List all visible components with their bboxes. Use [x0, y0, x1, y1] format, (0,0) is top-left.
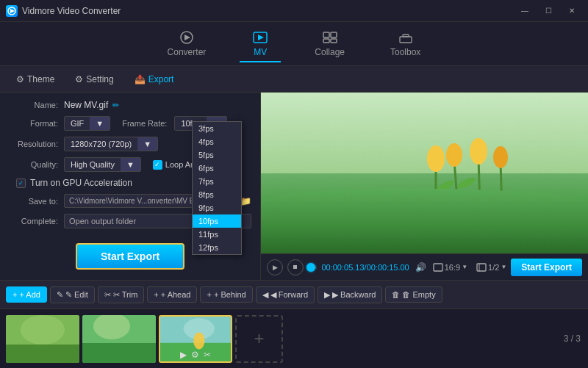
backward-button[interactable]: ▶ ▶ Backward: [318, 286, 382, 303]
format-arrow-icon: ▼: [90, 117, 110, 130]
trim-icon: ✂: [104, 290, 111, 300]
fps-option-4fps[interactable]: 4fps: [193, 135, 241, 148]
svg-point-20: [470, 138, 487, 165]
restore-button[interactable]: ☐: [538, 4, 559, 18]
svg-point-26: [21, 315, 65, 344]
svg-point-34: [193, 332, 204, 349]
svg-rect-30: [82, 343, 156, 363]
fps-option-9fps[interactable]: 9fps: [193, 201, 241, 214]
tab-toolbox[interactable]: Toolbox: [379, 26, 432, 62]
play-button[interactable]: ▶: [267, 259, 283, 275]
timeline-bar: + + Add ✎ ✎ Edit ✂ ✂ Trim + + Ahead + + …: [0, 280, 588, 309]
thumbnail-1[interactable]: [6, 315, 79, 363]
svg-rect-6: [323, 32, 329, 37]
filename-value: New MV.gif: [64, 100, 108, 110]
thumbnail-strip: 00:05 ✕ ▶ ⚙ ✂ + 3 / 3: [0, 309, 588, 368]
minimize-button[interactable]: —: [514, 4, 535, 18]
setting-button[interactable]: ⚙ Setting: [68, 71, 121, 87]
svg-marker-5: [258, 35, 264, 40]
gpu-label: Turn on GPU Acceleration: [30, 178, 132, 188]
fps-option-11fps[interactable]: 11fps: [193, 228, 241, 241]
fps-option-12fps[interactable]: 12fps: [193, 241, 241, 254]
trim-button[interactable]: ✂ ✂ Trim: [98, 286, 144, 303]
add-thumbnail-button[interactable]: +: [235, 315, 283, 363]
thumb-settings-icon[interactable]: ⚙: [191, 350, 199, 360]
time-display: 00:00:05.13/00:00:15.00: [321, 263, 409, 272]
fps-option-8fps[interactable]: 8fps: [193, 188, 241, 201]
tab-collage[interactable]: Collage: [303, 26, 356, 62]
format-select[interactable]: GIF ▼: [64, 116, 110, 131]
playback-bar: ▶ ⏹ 00:00:05.13/00:00:15.00 🔊 16:9 ▼ 1/2…: [261, 253, 588, 280]
fps-option-10fps[interactable]: 10fps: [193, 214, 241, 228]
app-icon: [6, 5, 18, 17]
thumb-control-icons: ▶ ⚙ ✂: [160, 350, 231, 360]
behind-button[interactable]: + + Behind: [200, 286, 252, 303]
thumbnail-3[interactable]: 00:05 ✕ ▶ ⚙ ✂: [159, 315, 232, 363]
ratio-arrow-icon: ▼: [462, 264, 467, 270]
volume-icon[interactable]: 🔊: [414, 260, 429, 275]
page-select[interactable]: 1/2 ▼: [476, 263, 506, 272]
setting-icon: ⚙: [75, 74, 83, 84]
progress-thumb: [306, 263, 315, 272]
behind-icon: +: [207, 290, 211, 299]
thumb-play-icon[interactable]: ▶: [180, 350, 187, 360]
app-title: Vidmore Video Converter: [22, 6, 514, 16]
export-small-button[interactable]: Start Export: [511, 259, 582, 276]
resolution-arrow-icon: ▼: [137, 137, 157, 151]
loop-checkbox-icon: [153, 160, 162, 170]
add-button[interactable]: + + Add: [6, 286, 47, 303]
tab-converter[interactable]: Converter: [156, 26, 218, 62]
tab-mv[interactable]: MV: [240, 26, 281, 62]
fps-dropdown[interactable]: 3fps 4fps 5fps 6fps 7fps 8fps 9fps 10fps…: [192, 121, 242, 255]
theme-icon: ⚙: [16, 74, 24, 84]
ratio-select[interactable]: 16:9 ▼: [433, 263, 467, 272]
backward-icon: ▶: [324, 290, 330, 300]
page-icon: [476, 263, 487, 272]
svg-marker-3: [184, 35, 190, 40]
svg-rect-22: [434, 264, 442, 271]
toolbar: ⚙ Theme ⚙ Setting 📤 Export: [0, 66, 588, 93]
fps-option-6fps[interactable]: 6fps: [193, 162, 241, 175]
mv-icon: [251, 30, 269, 45]
export-icon: 📤: [135, 74, 146, 84]
forward-button[interactable]: ◀ ◀ Forward: [256, 286, 315, 303]
edit-icon: ✎: [57, 290, 63, 300]
gpu-checkbox-icon: [16, 178, 26, 188]
stop-button[interactable]: ⏹: [287, 259, 304, 275]
converter-icon: [178, 30, 196, 45]
svg-point-19: [446, 143, 462, 167]
progress-bar[interactable]: [308, 266, 317, 269]
quality-select[interactable]: High Quality ▼: [64, 157, 141, 172]
close-button[interactable]: ✕: [562, 4, 582, 18]
svg-point-18: [427, 145, 445, 172]
toolbox-icon: [397, 30, 415, 45]
browse-folder-icon[interactable]: 📁: [240, 196, 251, 206]
theme-button[interactable]: ⚙ Theme: [9, 71, 62, 87]
svg-point-17: [456, 176, 477, 190]
start-export-main-button[interactable]: Start Export: [76, 243, 184, 270]
fps-option-3fps[interactable]: 3fps: [193, 122, 241, 135]
forward-icon: ◀: [262, 290, 268, 300]
ahead-icon: +: [154, 290, 158, 299]
fps-option-5fps[interactable]: 5fps: [193, 148, 241, 162]
page-arrow-icon: ▼: [501, 264, 506, 270]
svg-rect-9: [331, 39, 337, 43]
ahead-button[interactable]: + + Ahead: [147, 286, 197, 303]
add-icon: +: [12, 290, 17, 299]
collage-icon: [321, 30, 339, 45]
empty-button[interactable]: 🗑 🗑 Empty: [385, 286, 442, 303]
edit-filename-icon[interactable]: ✏: [112, 101, 119, 110]
thumbnail-2[interactable]: [82, 315, 156, 363]
export-button[interactable]: 📤 Export: [127, 71, 182, 87]
fps-option-7fps[interactable]: 7fps: [193, 175, 241, 188]
thumb-cut-icon[interactable]: ✂: [204, 350, 211, 360]
edit-button[interactable]: ✎ ✎ Edit: [50, 286, 95, 303]
svg-rect-11: [400, 37, 412, 43]
export-settings-panel: Name: New MV.gif ✏ Format: GIF ▼ Frame R…: [0, 93, 261, 280]
svg-rect-23: [477, 264, 486, 271]
window-controls: — ☐ ✕: [514, 4, 582, 18]
thumb1-preview: [6, 315, 79, 363]
svg-point-21: [493, 146, 508, 168]
title-bar: Vidmore Video Converter — ☐ ✕: [0, 0, 588, 22]
resolution-select[interactable]: 1280x720 (720p) ▼: [64, 137, 158, 151]
